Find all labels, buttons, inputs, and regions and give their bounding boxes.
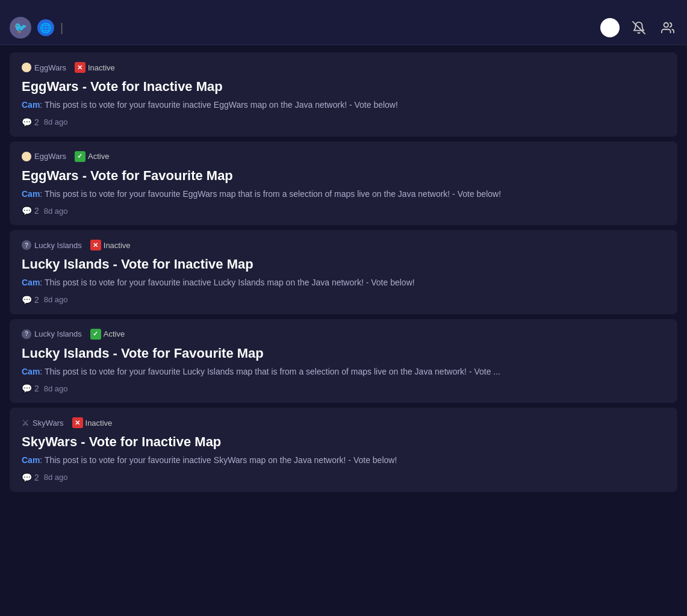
channel-globe-icon: 🌐 — [37, 19, 54, 36]
skywars-icon: ⚔ — [22, 418, 30, 428]
post-tags: ⚔ SkyWars ✕ Inactive — [22, 417, 665, 428]
category-label: Lucky Islands — [34, 329, 82, 338]
post-tags: ? Lucky Islands ✓ Active — [22, 329, 665, 340]
post-card[interactable]: ? Lucky Islands ✕ Inactive Lucky Islands… — [10, 230, 677, 314]
status-badge: ✓ Active — [75, 151, 109, 162]
post-body: Cam: This post is to vote for your favou… — [22, 277, 665, 289]
post-time: 8d ago — [44, 384, 68, 393]
egg-icon — [22, 152, 31, 161]
post-time: 8d ago — [44, 207, 68, 216]
category-label: EggWars — [34, 63, 66, 72]
category-label: Lucky Islands — [34, 241, 82, 250]
inactive-x-icon: ✕ — [90, 240, 101, 250]
post-meta: 💬 2 8d ago — [22, 117, 665, 127]
post-author[interactable]: Cam — [22, 278, 40, 287]
header-icons — [600, 18, 677, 37]
inactive-x-icon: ✕ — [75, 62, 85, 73]
comment-icon: 💬 2 — [22, 295, 39, 305]
post-card[interactable]: EggWars ✕ Inactive EggWars - Vote for In… — [10, 52, 677, 137]
category-tag: ? Lucky Islands — [22, 240, 82, 250]
post-time: 8d ago — [44, 295, 68, 304]
comment-icon: 💬 2 — [22, 206, 39, 216]
server-avatar: 🐦 — [10, 17, 31, 39]
status-badge: ✕ Inactive — [90, 240, 131, 250]
category-tag: EggWars — [22, 152, 66, 161]
post-body: Cam: This post is to vote for your favou… — [22, 188, 665, 201]
post-time: 8d ago — [44, 117, 68, 126]
post-title: Lucky Islands - Vote for Favourite Map — [22, 346, 665, 361]
svg-line-0 — [633, 22, 645, 34]
active-check-icon: ✓ — [75, 151, 85, 162]
category-label: EggWars — [34, 152, 66, 161]
post-title: EggWars - Vote for Favourite Map — [22, 168, 665, 184]
comment-icon: 💬 2 — [22, 117, 39, 127]
post-time: 8d ago — [44, 473, 68, 482]
inactive-x-icon: ✕ — [72, 417, 83, 428]
category-tag: ⚔ SkyWars — [22, 418, 64, 428]
post-meta: 💬 2 8d ago — [22, 206, 665, 216]
post-tags: EggWars ✓ Active — [22, 151, 665, 162]
post-meta: 💬 2 8d ago — [22, 384, 665, 393]
mute-button[interactable] — [629, 18, 648, 37]
status-label: Inactive — [88, 63, 115, 72]
question-icon: ? — [22, 240, 31, 250]
post-body: Cam: This post is to vote for your favou… — [22, 455, 665, 467]
header: 🐦 🌐 | — [0, 11, 687, 45]
category-label: SkyWars — [33, 418, 64, 428]
post-tags: ? Lucky Islands ✕ Inactive — [22, 240, 665, 250]
status-label: Inactive — [85, 418, 113, 428]
post-title: EggWars - Vote for Inactive Map — [22, 79, 665, 95]
post-title: Lucky Islands - Vote for Inactive Map — [22, 257, 665, 272]
posts-list: EggWars ✕ Inactive EggWars - Vote for In… — [0, 45, 687, 499]
status-badge: ✕ Inactive — [75, 62, 115, 73]
post-meta: 💬 2 8d ago — [22, 295, 665, 305]
status-badge: ✓ Active — [90, 329, 125, 340]
members-button[interactable] — [658, 18, 677, 37]
top-bar — [0, 0, 687, 11]
status-label: Active — [104, 329, 125, 338]
post-author[interactable]: Cam — [22, 455, 40, 465]
comment-icon: 💬 2 — [22, 384, 39, 393]
post-author[interactable]: Cam — [22, 189, 40, 199]
post-body: Cam: This post is to vote for your favou… — [22, 366, 665, 378]
post-author[interactable]: Cam — [22, 100, 40, 110]
question-icon: ? — [22, 329, 31, 339]
category-tag: ? Lucky Islands — [22, 329, 82, 339]
post-card[interactable]: ⚔ SkyWars ✕ Inactive SkyWars - Vote for … — [10, 408, 677, 492]
status-label: Inactive — [104, 241, 131, 250]
header-divider: | — [60, 21, 63, 35]
svg-point-1 — [664, 23, 668, 27]
category-tag: EggWars — [22, 63, 66, 72]
post-body: Cam: This post is to vote for your favou… — [22, 99, 665, 111]
status-label: Active — [88, 152, 109, 161]
post-meta: 💬 2 8d ago — [22, 473, 665, 482]
post-card[interactable]: EggWars ✓ Active EggWars - Vote for Favo… — [10, 142, 677, 226]
post-title: SkyWars - Vote for Inactive Map — [22, 434, 665, 450]
post-tags: EggWars ✕ Inactive — [22, 62, 665, 73]
status-badge: ✕ Inactive — [72, 417, 113, 428]
info-button[interactable] — [600, 18, 620, 37]
post-author[interactable]: Cam — [22, 367, 40, 376]
active-check-icon: ✓ — [90, 329, 101, 340]
egg-icon — [22, 63, 31, 72]
post-card[interactable]: ? Lucky Islands ✓ Active Lucky Islands -… — [10, 319, 677, 403]
comment-icon: 💬 2 — [22, 473, 39, 482]
